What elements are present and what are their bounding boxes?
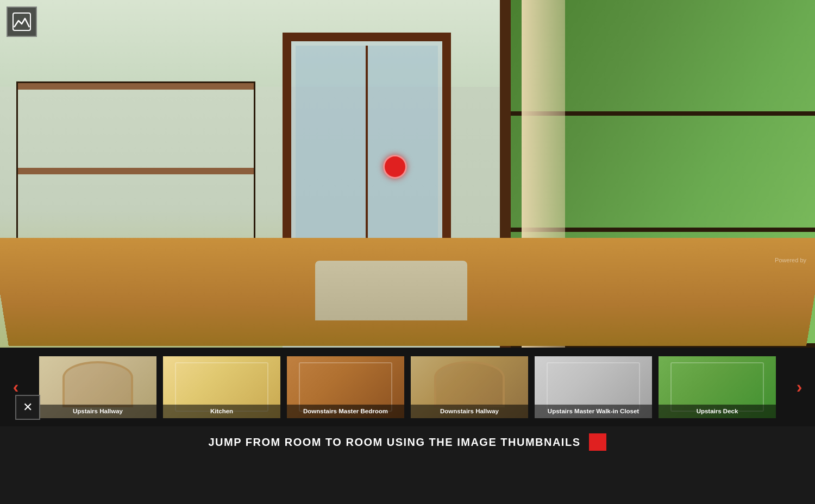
panoramic-view: Powered by — [0, 0, 815, 348]
thumbnail-strip: ‹ Upstairs HallwayKitchenDownstairs Mast… — [0, 348, 815, 426]
thumb-arch-0 — [62, 361, 133, 408]
thumb-label-2: Downstairs Master Bedroom — [287, 405, 404, 418]
shelf-top — [18, 83, 254, 90]
thumb-label-1: Kitchen — [163, 405, 280, 418]
thumbnails-container: Upstairs HallwayKitchenDownstairs Master… — [38, 355, 777, 419]
thumb-bg-3: Downstairs Hallway — [411, 356, 528, 418]
powered-by-label: Powered by — [775, 257, 806, 263]
sofa — [315, 261, 467, 320]
door-pane — [370, 46, 438, 110]
thumbnail-item-thumb-downstairs-hallway[interactable]: Downstairs Hallway — [410, 355, 529, 419]
thumb-bg-0: Upstairs Hallway — [39, 356, 156, 418]
thumb-label-5: Upstairs Deck — [659, 405, 776, 418]
door-pane — [370, 178, 438, 242]
instruction-text: JUMP FROM ROOM TO ROOM USING THE IMAGE T… — [209, 436, 581, 449]
door-pane — [296, 178, 363, 242]
thumb-bg-5: Upstairs Deck — [659, 356, 776, 418]
thumb-bg-4: Upstairs Master Walk-in Closet — [535, 356, 652, 418]
next-button[interactable]: › — [788, 376, 811, 399]
close-button[interactable]: ✕ — [15, 395, 40, 420]
thumbnail-item-thumb-upstairs-deck[interactable]: Upstairs Deck — [657, 355, 777, 419]
thumbnail-item-thumb-upstairs-hallway[interactable]: Upstairs Hallway — [38, 355, 158, 419]
thumbnail-item-thumb-downstairs-master[interactable]: Downstairs Master Bedroom — [286, 355, 405, 419]
logo-badge — [7, 7, 37, 37]
door-pane — [296, 46, 363, 110]
thumb-label-3: Downstairs Hallway — [411, 405, 528, 418]
thumbnail-item-thumb-kitchen[interactable]: Kitchen — [162, 355, 281, 419]
thumb-bg-2: Downstairs Master Bedroom — [287, 356, 404, 418]
thumbnail-item-thumb-upstairs-master-closet[interactable]: Upstairs Master Walk-in Closet — [534, 355, 653, 419]
thumb-label-4: Upstairs Master Walk-in Closet — [535, 405, 652, 418]
navigation-hotspot[interactable] — [383, 155, 407, 179]
thumb-arch-3 — [434, 361, 505, 408]
svg-rect-0 — [13, 13, 30, 30]
door-pane — [296, 112, 363, 176]
thumb-bg-1: Kitchen — [163, 356, 280, 418]
red-square-icon — [589, 433, 606, 451]
instruction-bar: JUMP FROM ROOM TO ROOM USING THE IMAGE T… — [0, 426, 815, 458]
logo-icon — [12, 12, 32, 32]
thumb-label-0: Upstairs Hallway — [39, 405, 156, 418]
